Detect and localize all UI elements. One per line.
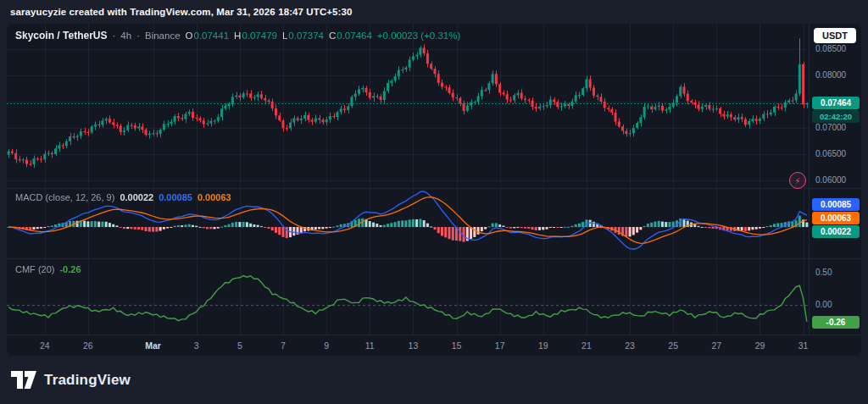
attribution-text: sarayucyzie created with TradingView.com… <box>10 7 353 17</box>
cmf-value: -0.26 <box>59 264 81 274</box>
symbol-legend: Skycoin / TetherUS · 4h · Binance O0.074… <box>15 30 460 42</box>
time-tick-label: 5 <box>237 335 242 356</box>
macd-axis-badge: 0.00085 <box>812 198 860 211</box>
time-tick-label: 7 <box>281 335 286 356</box>
cmf-tick-label: 0.50 <box>815 268 832 278</box>
macd-line-value: 0.00085 <box>159 192 192 202</box>
time-tick-label: 29 <box>755 335 765 356</box>
time-tick-label: 23 <box>625 335 635 356</box>
exchange-label: Binance <box>145 30 181 41</box>
macd-hist-value: 0.00022 <box>120 192 153 202</box>
time-tick-label: 27 <box>711 335 721 356</box>
last-price-badge: 0.07464 <box>812 97 860 109</box>
time-tick-label: 19 <box>538 335 548 356</box>
macd-axis-badge: 0.00022 <box>812 225 860 238</box>
time-tick-label: 21 <box>581 335 592 356</box>
cmf-tick-label: 0.00 <box>815 300 832 310</box>
countdown-badge: 02:42:20 <box>812 110 860 123</box>
cmf-label[interactable]: CMF (20) <box>15 264 54 274</box>
ohlc-low: L0.07374 <box>282 30 324 41</box>
price-tick-label: 0.06000 <box>815 175 846 185</box>
time-tick-label: Mar <box>145 335 161 356</box>
legend-separator: · <box>136 30 140 41</box>
pane-separator-macd[interactable] <box>7 188 861 189</box>
time-tick-label: 3 <box>194 335 199 356</box>
ohlc-high: H0.07479 <box>234 30 277 41</box>
time-tick-label: 11 <box>365 335 375 356</box>
time-tick-label: 24 <box>40 335 50 356</box>
time-tick-label: 15 <box>452 335 462 356</box>
attribution-bar: sarayucyzie created with TradingView.com… <box>0 0 868 24</box>
macd-legend: MACD (close, 12, 26, 9) 0.00022 0.00085 … <box>15 192 231 202</box>
currency-toggle-button[interactable]: USDT <box>814 28 856 43</box>
ohlc-close: C0.07464 <box>329 30 372 41</box>
price-tick-label: 0.06500 <box>815 149 846 159</box>
chart-card: Skycoin / TetherUS · 4h · Binance O0.074… <box>7 24 861 356</box>
time-tick-label: 13 <box>409 335 419 356</box>
price-tick-label: 0.08500 <box>815 44 846 54</box>
symbol-title[interactable]: Skycoin / TetherUS <box>15 30 107 42</box>
time-tick-label: 31 <box>798 335 809 356</box>
legend-separator: · <box>112 30 115 41</box>
lightning-icon[interactable]: ⚡ <box>789 172 806 189</box>
price-scale[interactable]: 0.085000.080000.075000.070000.065000.060… <box>809 24 861 335</box>
time-tick-label: 9 <box>324 335 329 356</box>
ohlc-open: O0.07441 <box>186 30 230 41</box>
footer: TradingView <box>0 356 868 404</box>
price-change: +0.00023 (+0.31%) <box>377 30 460 41</box>
time-tick-label: 17 <box>495 335 505 356</box>
time-tick-label: 26 <box>83 335 93 356</box>
macd-axis-badge: 0.00063 <box>812 212 860 224</box>
interval-label[interactable]: 4h <box>120 30 131 41</box>
time-tick-label: 25 <box>668 335 678 356</box>
macd-signal-value: 0.00063 <box>198 192 231 202</box>
chart-canvas[interactable] <box>7 24 809 335</box>
price-tick-label: 0.08000 <box>815 70 846 80</box>
price-tick-label: 0.07000 <box>815 123 846 133</box>
macd-label[interactable]: MACD (close, 12, 26, 9) <box>15 192 114 202</box>
pane-separator-cmf[interactable] <box>7 258 861 259</box>
tradingview-brand-text[interactable]: TradingView <box>44 372 131 389</box>
cmf-value-badge: -0.26 <box>812 316 860 329</box>
tradingview-logo-icon[interactable] <box>11 371 36 389</box>
cmf-legend: CMF (20) -0.26 <box>15 264 81 274</box>
time-scale[interactable]: 2426Mar35791113151719212325272931 <box>7 335 861 356</box>
